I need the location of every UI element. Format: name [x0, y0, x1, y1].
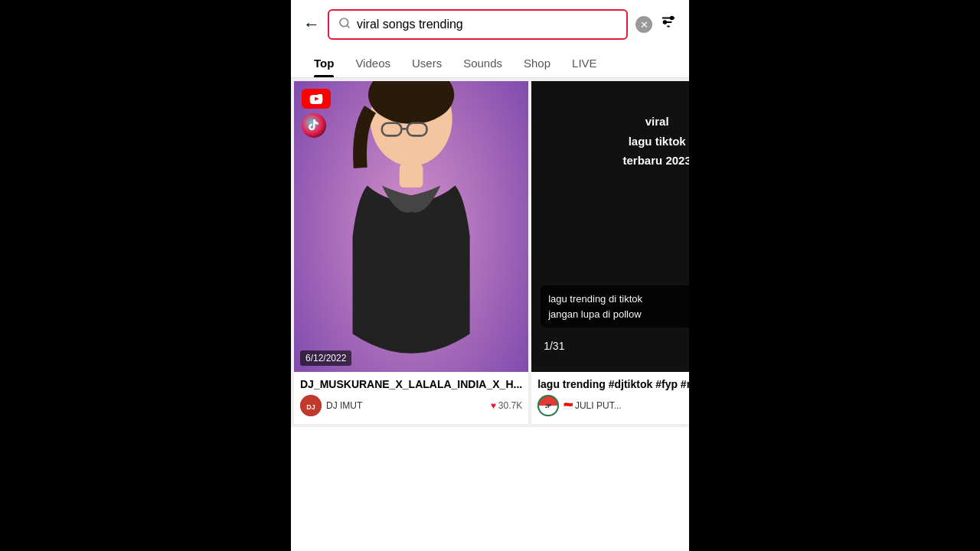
svg-text:DJ: DJ — [306, 403, 315, 411]
avatar-right: JP — [537, 395, 559, 416]
youtube-badge — [302, 89, 331, 109]
card-meta-right: JP 🇮🇩 JULI PUT... ♥ 10.7K — [537, 395, 689, 416]
svg-point-6 — [664, 21, 667, 24]
slide-count: 1/31 — [544, 340, 564, 352]
flag-icon: 🇮🇩 — [564, 402, 575, 410]
video-thumbnail-left[interactable]: 6/12/2022 — [294, 81, 528, 372]
date-badge: 6/12/2022 — [300, 350, 351, 366]
search-input[interactable]: viral songs trending — [357, 18, 617, 31]
tab-sounds[interactable]: Sounds — [452, 49, 513, 77]
likes-count-left: 30.7K — [498, 400, 522, 411]
likes-left: ♥ 30.7K — [491, 400, 522, 411]
search-icon — [338, 17, 351, 32]
search-box[interactable]: viral songs trending — [328, 9, 628, 40]
tab-shop[interactable]: Shop — [513, 49, 561, 77]
text-line2: lagu tiktok — [531, 132, 689, 152]
video-person — [294, 81, 528, 372]
card-meta-left: DJ DJ IMUT ♥ 30.7K — [300, 395, 522, 416]
svg-text:JP: JP — [545, 403, 552, 409]
card-info-right: lagu trending #djtiktok #fyp #musikindon… — [531, 372, 689, 424]
text-line1: viral — [531, 112, 689, 132]
tiktok-badge — [302, 113, 326, 138]
tab-top[interactable]: Top — [303, 49, 345, 77]
caption-line1: lagu trending di tiktok — [548, 292, 689, 307]
caption-box: lagu trending di tiktok jangan lupa di p… — [541, 285, 689, 328]
clear-button[interactable]: ✕ — [635, 16, 652, 33]
card-title-right: lagu trending #djtiktok #fyp #musikindon… — [537, 378, 689, 390]
phone-container: ← viral songs trending ✕ Top Videos User… — [291, 0, 689, 551]
username-right: 🇮🇩 JULI PUT... — [564, 400, 689, 411]
heart-icon-left: ♥ — [491, 400, 496, 411]
tab-videos[interactable]: Videos — [345, 49, 401, 77]
clear-icon: ✕ — [640, 19, 648, 31]
caption-line2: jangan lupa di pollow — [548, 307, 689, 322]
text-line3: terbaru 2023 — [531, 151, 689, 171]
content-grid: 6/12/2022 DJ_MUSKURANE_X_LALALA_INDIA_X_… — [291, 78, 689, 427]
tab-live[interactable]: LIVE — [561, 49, 608, 77]
video-card-right[interactable]: viral lagu tiktok terbaru 2023 lagu tren… — [531, 81, 689, 424]
right-card-text: viral lagu tiktok terbaru 2023 — [531, 112, 689, 171]
svg-rect-13 — [400, 164, 423, 187]
search-bar-area: ← viral songs trending ✕ — [291, 0, 689, 49]
username-text-right: JULI PUT... — [575, 400, 622, 411]
card-title-left: DJ_MUSKURANE_X_LALALA_INDIA_X_H... — [300, 378, 522, 390]
back-button[interactable]: ← — [303, 15, 320, 34]
svg-point-5 — [671, 17, 674, 20]
filter-button[interactable] — [660, 14, 677, 35]
svg-line-1 — [347, 25, 349, 28]
video-card-left[interactable]: 6/12/2022 DJ_MUSKURANE_X_LALALA_INDIA_X_… — [294, 81, 528, 424]
avatar-left: DJ — [300, 395, 322, 416]
tabs-bar: Top Videos Users Sounds Shop LIVE — [291, 49, 689, 78]
tab-users[interactable]: Users — [401, 49, 452, 77]
username-left: DJ IMUT — [326, 400, 486, 411]
card-info-left: DJ_MUSKURANE_X_LALALA_INDIA_X_H... DJ DJ… — [294, 372, 528, 424]
video-thumbnail-right[interactable]: viral lagu tiktok terbaru 2023 lagu tren… — [531, 81, 689, 372]
